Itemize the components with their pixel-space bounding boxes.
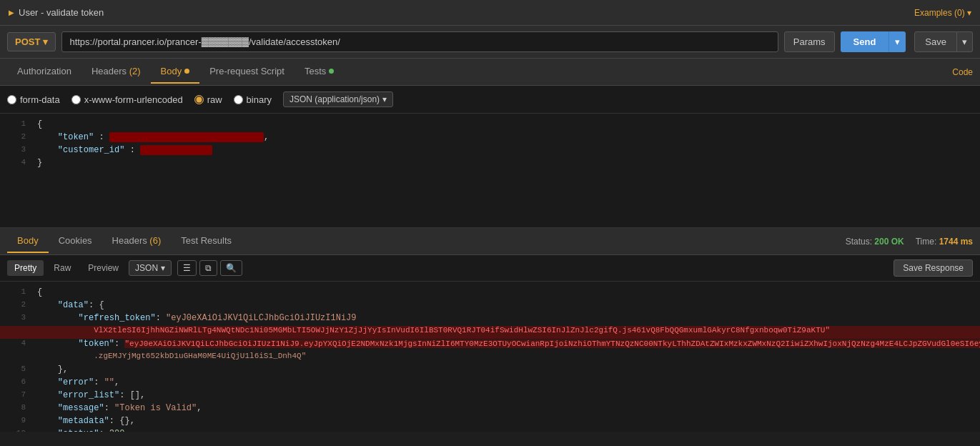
response-json-select[interactable]: JSON ▾ [129,260,172,276]
body-dot [184,69,189,74]
pretty-btn[interactable]: Pretty [7,260,44,276]
url-encoded-radio[interactable] [71,95,81,104]
response-json-label: JSON [135,263,158,273]
raw-option[interactable]: raw [194,94,222,105]
tab-prerequest[interactable]: Pre-request Script [199,60,295,84]
url-bar: POST ▾ Params Send ▾ Save ▾ [0,26,980,59]
filter-icon-btn[interactable]: ☰ [177,260,197,276]
resp-tab-testresults[interactable]: Test Results [171,229,242,253]
save-btn-group: Save ▾ [914,31,973,52]
request-tabs: Authorization Headers (2) Body Pre-reque… [0,59,980,86]
preview-btn[interactable]: Preview [81,260,126,276]
tab-body[interactable]: Body [151,60,200,84]
json-format-select[interactable]: JSON (application/json) ▾ [283,91,393,107]
status-value: 200 OK [874,237,904,247]
save-dropdown-icon[interactable]: ▾ [957,31,973,52]
req-line-2: 2 "token" : "▓▓▓▓▓▓▓▓▓▓▓▓▓▓▓▓▓▓▓▓▓▓▓▓▓▓▓… [0,132,980,145]
resp-tab-body[interactable]: Body [7,229,49,253]
tab-body-label: Body [161,66,182,76]
send-dropdown-icon[interactable]: ▾ [889,31,906,52]
resp-line-10: 10 "status": 200 [0,429,980,432]
tab-headers[interactable]: Headers (2) [81,60,151,84]
tab-authorization-label: Authorization [17,66,71,76]
expand-icon[interactable]: ▶ [9,9,14,16]
method-select[interactable]: POST ▾ [7,32,56,51]
tab-prerequest-label: Pre-request Script [209,66,284,76]
raw-radio[interactable] [194,95,204,104]
time-label: Time: 1744 ms [916,237,973,247]
json-chevron-icon: ▾ [382,94,387,104]
response-json-chevron-icon: ▾ [161,263,165,273]
req-line-4: 4 } [0,158,980,171]
url-encoded-label: x-www-form-urlencoded [84,94,183,105]
send-button[interactable]: Send [841,31,889,52]
binary-option[interactable]: binary [234,94,272,105]
resp-line-1: 1 { [0,287,980,300]
tab-headers-label: Headers (2) [91,66,141,76]
response-code-editor[interactable]: 1 { 2 "data": { 3 "refresh_token": "eyJ0… [0,282,980,432]
status-info: Status: 200 OK Time: 1744 ms [846,237,973,247]
json-format-label: JSON (application/json) [289,94,380,104]
resp-line-2: 2 "data": { [0,300,980,313]
resp-tab-headers[interactable]: Headers (6) [102,229,172,253]
params-button[interactable]: Params [784,31,835,52]
response-tabs-bar: Body Cookies Headers (6) Test Results St… [0,228,980,255]
tab-tests[interactable]: Tests [295,60,344,84]
resp-line-3: 3 "refresh_token": "eyJ0eXAiOiJKV1QiLCJh… [0,313,980,326]
save-response-btn[interactable]: Save Response [894,259,973,277]
raw-label: raw [207,94,222,105]
tab-tests-label: Tests [305,66,326,76]
req-line-3: 3 "customer_id" : "prancer-▓▓▓▓" [0,145,980,158]
title-bar: ▶ User - validate token Examples (0) ▾ [0,0,980,26]
form-data-label: form-data [20,94,60,105]
form-data-radio[interactable] [7,95,16,104]
code-link[interactable]: Code [952,67,973,77]
resp-line-4-cont: .zgEMJYjMgt652kbD1uGHaM0ME4UiQjU1l6iS1_D… [0,352,980,365]
method-chevron-icon: ▾ [43,36,48,47]
resp-line-9: 9 "metadata": {}, [0,416,980,429]
resp-line-6: 6 "error": "", [0,377,980,390]
tab-authorization[interactable]: Authorization [7,60,81,84]
copy-btn[interactable]: ⧉ [199,260,217,276]
url-input[interactable] [61,31,778,52]
response-section: Body Cookies Headers (6) Test Results St… [0,228,980,432]
resp-line-7: 7 "error_list": [], [0,390,980,403]
examples-btn[interactable]: Examples (0) ▾ [914,8,971,18]
body-type-bar: form-data x-www-form-urlencoded raw bina… [0,86,980,114]
form-data-option[interactable]: form-data [7,94,60,105]
binary-label: binary [247,94,272,105]
resp-line-4: 4 "token": "eyJ0eXAiOiJKV1QiLCJhbGciOiJI… [0,339,980,352]
response-tabs-left: Body Cookies Headers (6) Test Results [7,229,242,253]
resp-testresults-label: Test Results [181,235,232,246]
url-encoded-option[interactable]: x-www-form-urlencoded [71,94,183,105]
status-label: Status: 200 OK [846,237,904,247]
save-button[interactable]: Save [914,31,957,52]
binary-radio[interactable] [234,95,243,104]
headers-count: (2) [129,66,141,76]
method-label: POST [15,36,40,47]
send-btn-group: Send ▾ [841,31,906,52]
resp-headers-label: Headers (6) [112,235,162,246]
tests-dot [329,69,334,74]
req-line-1: 1 { [0,119,980,132]
resp-line-8: 8 "message": "Token is Valid", [0,403,980,416]
raw-btn[interactable]: Raw [46,260,78,276]
resp-body-label: Body [17,235,39,246]
request-code-editor[interactable]: 1 { 2 "token" : "▓▓▓▓▓▓▓▓▓▓▓▓▓▓▓▓▓▓▓▓▓▓▓… [0,114,980,228]
title-bar-left: ▶ User - validate token [9,7,104,18]
request-title: User - validate token [19,7,104,18]
response-format-bar: Pretty Raw Preview JSON ▾ ☰ ⧉ 🔍 Save Res… [0,255,980,282]
time-value: 1744 ms [939,237,973,247]
resp-cookies-label: Cookies [59,235,92,246]
resp-line-3-cont: VlX2tleSI6IjhhNGZiNWRlLTg4NWQtNDc1Ni05MG… [0,326,980,339]
resp-line-5: 5 }, [0,365,980,377]
resp-tab-cookies[interactable]: Cookies [49,229,102,253]
search-btn[interactable]: 🔍 [220,260,242,276]
